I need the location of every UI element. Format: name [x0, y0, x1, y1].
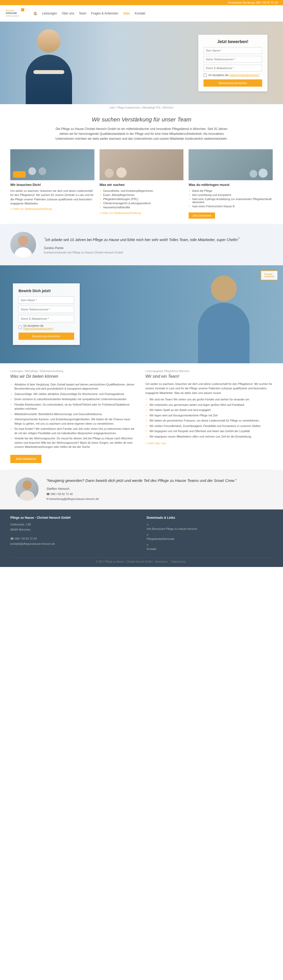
info-col2-item-6: Wir zahlen Freundlichkeit, Zuverlässigke… [145, 423, 273, 429]
col2-item-2: Exam. Altenpfleger/innen [100, 193, 184, 197]
footer-kontakt-link[interactable]: Kontakt [147, 547, 273, 552]
nav-kontakt[interactable]: Kontakt [135, 11, 145, 15]
navbar: PFLEGE ZUHAUSE CHRISTEL HENOCH 🏠 Leistun… [0, 5, 283, 22]
col3-item-2: bist zuverlässig und kompetent [188, 193, 273, 197]
footer-address1: Gotthardstr. 13B [10, 522, 136, 527]
apply-privacy-link[interactable]: Datenschutzbedingungen* [24, 327, 54, 330]
col2-item-1: Gesundheits- und Krankenpfleger/innen [100, 189, 184, 193]
apply-phone-input[interactable] [19, 306, 74, 313]
footer-link-2: Pflegebedarfsformular [147, 532, 273, 542]
nav-team[interactable]: Team [79, 11, 86, 15]
nav-fragen[interactable]: Fragen & Antworten [91, 11, 119, 15]
hero-email-input[interactable] [204, 65, 262, 72]
logo[interactable]: PFLEGE ZUHAUSE CHRISTEL HENOCH [5, 8, 26, 19]
info-col2-item-2: Wir entwickeln uns gemeinsam weiter und … [145, 402, 273, 407]
info-col2-link[interactable]: mehr über uns [145, 442, 166, 445]
hero-privacy-link[interactable]: Datenschutzbedingungen* [229, 74, 259, 76]
info-col2-item-1: Wir sind ein Team! Wir sehen uns als gro… [145, 397, 273, 402]
breadcrumb-pflege[interactable]: Pflege Krankenheim [117, 106, 140, 109]
col3-apply-button[interactable]: Jetzt bewerben [188, 212, 215, 219]
footer-brochure-link[interactable]: Info Broschüre Pflege zu Hause Henoch [147, 527, 273, 531]
main-title-section: Wir suchen Verstärkung für unser Team Di… [0, 111, 283, 144]
info-col2-item-5: Wir bieten dir persönlichen Freiraum, um… [145, 418, 273, 423]
testimonial2-quote: "Neugierig geworden? Dann bewirb dich je… [46, 477, 267, 484]
apply-section: PFLEGEZUHAUSE Bewirb Dich jetzt! Ich akz… [0, 265, 283, 363]
footer-bedarfsformular-link[interactable]: Pflegebedarfsformular [147, 536, 273, 542]
footer-email[interactable]: kontakt@pflegezuhause-henoch.de [10, 541, 136, 547]
info-col2-item-4: Wir legen wert auf lösungsorientierterte… [145, 413, 273, 418]
nav-leistungen[interactable]: Leistungen [42, 11, 57, 15]
testimonial1-quote: Ich arbeite seit 10 Jahren bei Pflege zu… [44, 235, 273, 243]
testimonial2-avatar [16, 477, 39, 501]
nav-ueber-uns[interactable]: Über uns [62, 11, 74, 15]
breadcrumb-jobs[interactable]: Jobs [110, 106, 115, 109]
nav-links: 🏠 Leistungen Über uns Team Fragen & Antw… [33, 11, 278, 15]
col3-list: liebst die Pflege bist zuverlässig und k… [188, 189, 273, 208]
info-col-team: Leistungsgebiet Pflegedienst München Wir… [145, 370, 273, 463]
testimonial2-contact: 089 / 58 92 72 40 bewerbung@pflegezuhaus… [46, 492, 267, 502]
footer-address2: 80689 München [10, 527, 136, 532]
hero-submit-button[interactable]: Bewerbung einreichen [204, 80, 262, 87]
apply-submit-button[interactable]: Bewerbung einreichen [19, 332, 74, 340]
apply-form-wrapper: Bewirb Dich jetzt! Ich akzeptiere die Da… [0, 275, 93, 353]
info-col1-item-2: Zeitzuschläge: Wir zahlen attraktive Zei… [10, 391, 138, 397]
col2-title: Was wir suchen [100, 183, 184, 187]
footer-col-links: Downloads & Links Info Broschüre Pflege … [147, 516, 273, 552]
col2-item-3: Pflegedienstleitungen (PDL) [100, 197, 184, 201]
testimonial1-section: Ich arbeite seit 10 Jahren bei Pflege zu… [0, 224, 283, 265]
col3-title: Was du mitbringen musst [188, 183, 273, 187]
nav-home[interactable]: 🏠 [33, 11, 37, 15]
footer-bottom: © 2017 Pflege zu Hause - Christel Henoch… [10, 557, 273, 563]
testimonial1-role: Krankenschwester bei Pflege zu Hause Chr… [44, 251, 273, 254]
footer-link-1: Info Broschüre Pflege zu Hause Henoch [147, 522, 273, 532]
col-what-we-seek: Was wir suchen Gesundheits- und Krankenp… [100, 149, 184, 219]
footer-top: Pflege zu Hause - Christel Henoch GmbH G… [10, 516, 273, 552]
col3-item-3: hast eine 3-jährige Ausbildung zur exami… [188, 197, 273, 204]
breadcrumb-muenchen[interactable]: München [163, 106, 173, 109]
col2-link[interactable]: mehr zur Stellenausschreibung [100, 212, 184, 215]
apply-email-input[interactable] [19, 315, 74, 322]
col-we-need-you: Wir brauchen Dich! Um weiter zu wachsen,… [10, 149, 95, 219]
apply-privacy-checkbox[interactable] [19, 326, 22, 329]
phone-icon: ☎ [10, 537, 15, 540]
info-col1-item-8: Vorteile bei der Wohnungssuche: Du musst… [10, 436, 138, 450]
hero-privacy-checkbox[interactable] [204, 73, 207, 77]
col2-item-4: Clientenmanager/in (Leitungsposition) [100, 201, 184, 205]
nav-jobs[interactable]: Jobs [123, 11, 130, 15]
info-col2-title: Wir sind ein Team! [145, 374, 273, 379]
footer-company-name: Pflege zu Hause - Christel Henoch GmbH [10, 516, 136, 520]
main-description: Die Pflege zu Hause Christel Henoch GmbH… [51, 127, 232, 142]
info-col1-item-5: Mitarbeitervorteile: Betriebliche Alters… [10, 412, 138, 417]
info-col1-list: Attraktive & faire Vergütung: Dein Gehal… [10, 382, 138, 450]
hero-form: Jetzt bewerben! Ich akzeptiere die Daten… [198, 35, 267, 92]
col1-link[interactable]: mehr zur Stellenausschreibung [10, 207, 95, 210]
apply-name-input[interactable] [19, 296, 74, 304]
three-columns-section: Wir brauchen Dich! Um weiter zu wachsen,… [0, 144, 283, 224]
info-col1-apply-button[interactable]: Jetzt bewerben [10, 455, 41, 463]
info-col1-item-4: Flexible Arbeitszeiten: Du entscheidest,… [10, 402, 138, 412]
info-col1-item-3: Einen sicheren & zukunftsorientierten Ar… [10, 396, 138, 402]
info-col1-breadcrumb: Leistungen / Altenpflege / Stellenbeschr… [10, 370, 138, 372]
hero-phone-input[interactable] [204, 56, 262, 63]
col1-text: Um weiter zu wachsen, brauchen wir dich … [10, 189, 95, 206]
info-col2-item-3: Wir haben Spaß an der Arbeit und sind en… [145, 407, 273, 413]
top-bar: Kostenlose Beratung: 089 / 58 92 72 40 [0, 0, 283, 5]
footer-phone: ☎ 089 / 58 92 72 40 [10, 536, 136, 541]
t2-body [19, 491, 35, 501]
hero-form-title: Jetzt bewerben! [204, 40, 262, 44]
footer-datenschutz-link[interactable]: Datenschutz [171, 560, 186, 563]
breadcrumb: Jobs / Pflege Krankenheim / Altenpflege … [0, 104, 283, 111]
col3-image [188, 149, 273, 180]
apply-privacy-label: Ich akzeptiere die Datenschutzbedingunge… [24, 325, 74, 330]
svg-rect-4 [21, 8, 24, 11]
breadcrumb-altenpflege[interactable]: Altenpflege PDL [142, 106, 161, 109]
man-face [211, 275, 237, 301]
testimonial2-email: bewerbung@pflegezuhause-henoch.de [46, 496, 267, 502]
testimonial1-text: Ich arbeite seit 10 Jahren bei Pflege zu… [44, 235, 273, 254]
footer-impressum-link[interactable]: Impressum [155, 560, 168, 563]
info-col1-item-6: Vielversprechende Karriere- und Entwickl… [10, 417, 138, 426]
apply-form-title: Bewirb Dich jetzt! [19, 288, 74, 293]
hero-section: Jetzt bewerben! Ich akzeptiere die Daten… [0, 22, 283, 104]
hero-name-input[interactable] [204, 47, 262, 54]
info-col2-breadcrumb: Leistungsgebiet Pflegedienst München [145, 370, 273, 372]
